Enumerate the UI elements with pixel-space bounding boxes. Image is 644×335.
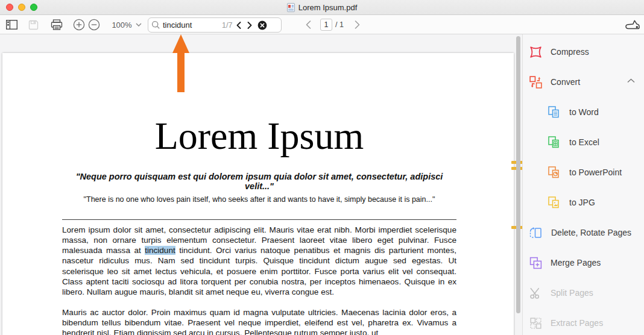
chevron-down-icon: [136, 23, 142, 27]
sidebar-item-label: to JPG: [569, 198, 595, 207]
sidebar-item-merge-pages[interactable]: Merge Pages: [523, 248, 644, 278]
sidebar-item-to-excel[interactable]: to Excel: [523, 127, 644, 157]
sidebar-item-to-word[interactable]: to Word: [523, 97, 644, 127]
toolbar: 100% 1/7 1 / 1: [0, 15, 644, 34]
reading-dog-icon[interactable]: [624, 15, 641, 34]
sidebar-item-convert[interactable]: Convert: [523, 67, 644, 97]
save-button[interactable]: [27, 15, 39, 34]
document-title: Lorem Ipsum: [62, 116, 456, 156]
sidebar-item-label: to Excel: [569, 137, 599, 147]
sidebar-item-delete-rotate-pages[interactable]: Delete, Rotate Pages: [523, 218, 644, 248]
document-viewport[interactable]: Lorem Ipsum "Neque porro quisquam est qu…: [0, 34, 522, 335]
search-previous-button[interactable]: [235, 22, 243, 29]
sidebar-toggle-button[interactable]: [5, 15, 18, 34]
sidebar-item-split-pages: Split Pages: [523, 278, 644, 308]
sidebar-item-label: Delete, Rotate Pages: [551, 228, 631, 237]
document-paragraph-1: Lorem ipsum dolor sit amet, consectetur …: [62, 225, 456, 297]
to-jpg-icon: [547, 195, 561, 210]
window-titlebar: Lorem Ipsum.pdf: [0, 0, 644, 15]
sidebar-item-label: Split Pages: [551, 288, 593, 298]
compress-icon: [529, 45, 543, 59]
search-input[interactable]: [163, 20, 218, 30]
sidebar-item-to-powerpoint[interactable]: to PowerPoint: [523, 157, 644, 187]
fullscreen-window-button[interactable]: [30, 4, 37, 11]
document-quote-translation: "There is no one who loves pain itself, …: [62, 195, 456, 204]
pdf-file-icon: [287, 3, 295, 12]
page-total-label: / 1: [335, 15, 344, 34]
sidebar-item-extract-pages: Extract Pages: [523, 308, 644, 335]
sidebar-item-compress[interactable]: Compress: [523, 37, 644, 67]
search-match-count: 1/7: [222, 21, 232, 30]
sidebar-item-label: to PowerPoint: [569, 168, 622, 177]
chevron-up-icon[interactable]: [627, 78, 635, 83]
zoom-out-button[interactable]: [87, 15, 101, 34]
document-divider: [62, 219, 456, 220]
search-field[interactable]: 1/7: [148, 17, 282, 33]
extract-pages-icon: [529, 316, 543, 330]
split-pages-icon: [529, 286, 543, 300]
window-title: Lorem Ipsum.pdf: [298, 3, 358, 12]
sidebar-item-label: Compress: [551, 47, 589, 57]
zoom-in-button[interactable]: [72, 15, 86, 34]
document-paragraph-2: Mauris ac auctor dolor. Proin maximus qu…: [62, 307, 456, 335]
sidebar-item-to-jpg[interactable]: to JPG: [523, 187, 644, 218]
sidebar-item-label: Convert: [551, 77, 580, 87]
previous-page-button[interactable]: [303, 15, 313, 34]
print-button[interactable]: [50, 15, 63, 34]
sidebar-item-label: Merge Pages: [551, 258, 601, 268]
merge-pages-icon: [529, 256, 543, 270]
search-next-button[interactable]: [245, 22, 254, 29]
next-page-button[interactable]: [352, 15, 362, 34]
vertical-scrollbar[interactable]: [516, 36, 520, 313]
sidebar-item-label: to Word: [569, 107, 599, 117]
pdf-page: Lorem Ipsum "Neque porro quisquam est qu…: [2, 53, 514, 335]
zoom-level-dropdown[interactable]: 100%: [112, 15, 142, 34]
search-highlighted-word: tincidunt: [145, 246, 175, 255]
to-excel-icon: [547, 135, 561, 149]
search-clear-button[interactable]: [257, 20, 267, 30]
to-powerpoint-icon: [547, 165, 561, 180]
zoom-level-value: 100%: [112, 20, 131, 30]
close-window-button[interactable]: [6, 4, 13, 11]
convert-icon: [529, 75, 543, 89]
minimize-window-button[interactable]: [18, 4, 25, 11]
tools-sidebar: Compress Convert: [522, 34, 644, 335]
to-word-icon: [547, 105, 561, 119]
current-page-input[interactable]: 1: [320, 19, 332, 31]
sidebar-item-label: Extract Pages: [551, 318, 603, 328]
document-quote-latin: "Neque porro quisquam est qui dolorem ip…: [62, 172, 456, 191]
delete-rotate-pages-icon: [529, 226, 543, 240]
search-icon: [151, 20, 160, 30]
